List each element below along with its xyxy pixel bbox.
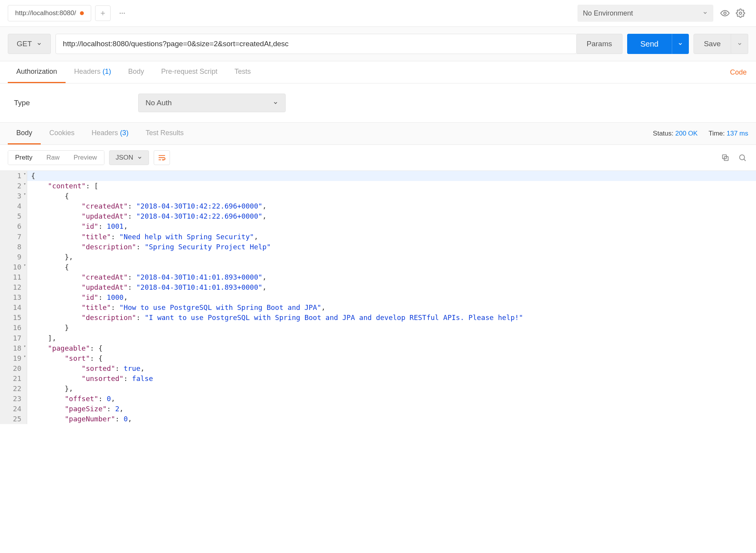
line-number: 4 xyxy=(0,201,27,211)
code-link[interactable]: Code xyxy=(728,62,748,83)
status-value: 200 OK xyxy=(675,130,698,137)
code-text: "updatedAt": "2018-04-30T10:42:22.696+00… xyxy=(27,211,267,221)
url-input[interactable] xyxy=(55,34,576,54)
code-text: } xyxy=(27,323,69,333)
wrap-lines-button[interactable] xyxy=(154,150,170,165)
environment-quicklook-button[interactable] xyxy=(717,5,733,21)
tab-group: http://localhost:8080/ xyxy=(8,5,130,21)
view-raw-button[interactable]: Raw xyxy=(39,151,66,165)
chevron-down-icon xyxy=(137,155,142,160)
code-line: 25 "pageNumber": 0, xyxy=(0,414,756,424)
chevron-down-icon xyxy=(737,41,742,47)
request-row: GET Params Send Save xyxy=(0,27,756,61)
code-line: 19 "sort": { xyxy=(0,353,756,363)
tab-test-results[interactable]: Test Results xyxy=(137,123,192,144)
line-number: 2 xyxy=(0,181,27,191)
code-line: 5 "updatedAt": "2018-04-30T10:42:22.696+… xyxy=(0,211,756,221)
code-text: "sorted": true, xyxy=(27,363,145,374)
line-number: 16 xyxy=(0,323,27,333)
tab-prerequest[interactable]: Pre-request Script xyxy=(153,61,226,83)
tab-authorization[interactable]: Authorization xyxy=(8,61,66,83)
code-line: 9 }, xyxy=(0,252,756,262)
code-line: 15 "description": "I want to use Postgre… xyxy=(0,313,756,323)
chevron-down-icon xyxy=(273,100,278,106)
line-number: 6 xyxy=(0,221,27,231)
code-text: "id": 1000, xyxy=(27,292,128,303)
response-body-viewer[interactable]: 1{2 "content": [3 {4 "createdAt": "2018-… xyxy=(0,170,756,424)
line-number: 12 xyxy=(0,282,27,292)
copy-icon xyxy=(721,153,730,162)
code-line: 18 "pageable": { xyxy=(0,343,756,353)
settings-button[interactable] xyxy=(733,5,748,21)
svg-point-4 xyxy=(124,13,125,14)
save-button[interactable]: Save xyxy=(694,34,731,54)
send-button[interactable]: Send xyxy=(627,34,672,54)
code-text: "pageNumber": 0, xyxy=(27,414,132,424)
code-text: "createdAt": "2018-04-30T10:41:01.893+00… xyxy=(27,272,267,282)
line-number: 18 xyxy=(0,343,27,353)
new-tab-button[interactable] xyxy=(95,5,111,21)
line-number: 24 xyxy=(0,404,27,414)
tab-cookies[interactable]: Cookies xyxy=(41,123,83,144)
tab-request-body[interactable]: Body xyxy=(120,61,153,83)
code-text: { xyxy=(27,262,69,272)
line-number: 25 xyxy=(0,414,27,424)
code-line: 7 "title": "Need help with Spring Securi… xyxy=(0,232,756,242)
code-line: 17 ], xyxy=(0,333,756,343)
code-line: 12 "updatedAt": "2018-04-30T10:41:01.893… xyxy=(0,282,756,292)
params-button[interactable]: Params xyxy=(577,34,622,54)
code-line: 1{ xyxy=(0,171,756,181)
code-line: 4 "createdAt": "2018-04-30T10:42:22.696+… xyxy=(0,201,756,211)
line-number: 23 xyxy=(0,394,27,404)
tab-response-body[interactable]: Body xyxy=(8,123,41,144)
line-number: 17 xyxy=(0,333,27,343)
chevron-down-icon xyxy=(702,9,708,17)
line-number: 3 xyxy=(0,191,27,201)
code-text: "id": 1001, xyxy=(27,221,128,231)
line-number: 21 xyxy=(0,374,27,384)
view-mode-segment: Pretty Raw Preview xyxy=(8,150,104,165)
view-pretty-button[interactable]: Pretty xyxy=(8,151,39,165)
auth-type-select[interactable]: No Auth xyxy=(138,94,286,112)
code-line: 13 "id": 1000, xyxy=(0,292,756,303)
svg-line-12 xyxy=(744,159,746,161)
code-line: 11 "createdAt": "2018-04-30T10:41:01.893… xyxy=(0,272,756,282)
line-number: 10 xyxy=(0,262,27,272)
save-dropdown-button[interactable] xyxy=(731,34,748,54)
code-text: { xyxy=(27,171,35,181)
tab-tests[interactable]: Tests xyxy=(226,61,259,83)
time-value: 137 ms xyxy=(727,130,748,137)
code-line: 8 "description": "Spring Security Projec… xyxy=(0,242,756,252)
code-text: "description": "Spring Security Project … xyxy=(27,242,271,252)
code-line: 2 "content": [ xyxy=(0,181,756,191)
format-select[interactable]: JSON xyxy=(109,150,149,165)
auth-selected-value: No Auth xyxy=(146,99,172,107)
body-toolbar: Pretty Raw Preview JSON xyxy=(0,145,756,170)
params-label: Params xyxy=(587,40,612,48)
code-line: 21 "unsorted": false xyxy=(0,374,756,384)
svg-point-5 xyxy=(724,12,726,14)
copy-button[interactable] xyxy=(720,152,731,163)
auth-type-label: Type xyxy=(14,99,115,107)
request-tab[interactable]: http://localhost:8080/ xyxy=(8,5,91,21)
tab-headers[interactable]: Headers (1) xyxy=(66,61,120,83)
unsaved-dot-icon xyxy=(80,11,84,15)
environment-label: No Environment xyxy=(583,9,633,17)
environment-select[interactable]: No Environment xyxy=(577,5,713,22)
code-line: 10 { xyxy=(0,262,756,272)
svg-point-2 xyxy=(120,13,121,14)
view-preview-button[interactable]: Preview xyxy=(66,151,104,165)
search-button[interactable] xyxy=(737,152,748,163)
line-number: 14 xyxy=(0,303,27,313)
response-status: Status: 200 OK Time: 137 ms xyxy=(653,130,748,137)
tab-more-button[interactable] xyxy=(114,5,130,21)
method-select[interactable]: GET xyxy=(8,34,51,54)
tab-response-headers[interactable]: Headers (3) xyxy=(83,123,137,144)
send-dropdown-button[interactable] xyxy=(672,34,689,54)
code-line: 3 { xyxy=(0,191,756,201)
response-tabs: Body Cookies Headers (3) Test Results St… xyxy=(0,123,756,145)
line-number: 11 xyxy=(0,272,27,282)
code-text: "title": "How to use PostgreSQL with Spr… xyxy=(27,303,326,313)
code-text: "content": [ xyxy=(27,181,98,191)
code-text: "title": "Need help with Spring Security… xyxy=(27,232,258,242)
